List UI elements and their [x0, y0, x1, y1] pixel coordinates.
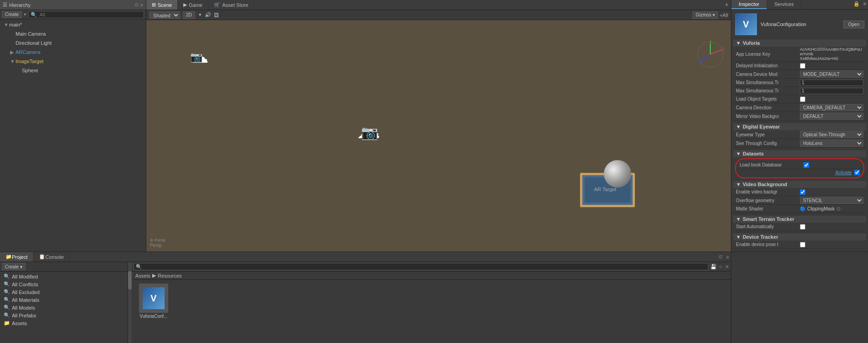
- activate-link[interactable]: Activate: [835, 170, 852, 175]
- bullet-materials: 🔍: [4, 297, 10, 303]
- project-item-all-conflicts[interactable]: 🔍 All Conflicts: [0, 280, 128, 288]
- tab-collapse-btn[interactable]: ▾: [723, 1, 731, 9]
- tab-scene-label: Scene: [158, 2, 172, 8]
- video-bg-header[interactable]: ▼ Video Background: [733, 180, 866, 188]
- tab-inspector[interactable]: Inspector: [731, 0, 767, 9]
- bullet-models: 🔍: [4, 305, 10, 311]
- project-menu-icon[interactable]: ≡: [724, 253, 731, 261]
- enable-video-bg-checkbox[interactable]: [800, 189, 805, 195]
- eyewear-arrow: ▼: [736, 124, 741, 129]
- hierarchy-item-sphere[interactable]: Sphere: [0, 66, 146, 75]
- digital-eyewear-header[interactable]: ▼ Digital Eyewear: [733, 123, 866, 130]
- project-right-panel: 💾 ☆ ✕ Assets ▶ Resources V VuforiaConf..…: [132, 262, 731, 343]
- project-panel: 📁 Project 📋 Console ⊙ ≡ Create ▾ 🔍 A: [0, 252, 731, 343]
- hierarchy-title: ☰ Hierarchy: [3, 2, 31, 8]
- inspector-menu-icon[interactable]: ≡: [862, 0, 868, 9]
- gizmos-btn[interactable]: Gizmos ▾: [692, 11, 718, 19]
- hierarchy-controls: ⊙ ≡: [134, 2, 143, 8]
- open-button[interactable]: Open: [843, 21, 864, 28]
- max-simultaneous-input2[interactable]: [800, 88, 863, 94]
- project-file-vuforia[interactable]: V VuforiaConf...: [135, 284, 172, 319]
- eyewear-type-dropdown[interactable]: Optical See-Through: [800, 131, 863, 138]
- hierarchy-item-image-target[interactable]: ▼ ImageTarget: [0, 57, 146, 66]
- project-search-input[interactable]: [133, 263, 708, 270]
- inspector-content: V VuforiaConfiguration Open ▼ Vuforia Ap…: [731, 10, 868, 252]
- project-scrollbar-thumb[interactable]: [128, 271, 132, 289]
- vuforia-section-header[interactable]: ▼ Vuforia: [733, 39, 866, 47]
- label-all-prefabs: All Prefabs: [12, 313, 36, 318]
- project-item-all-materials[interactable]: 🔍 All Materials: [0, 296, 128, 304]
- load-object-targets-row: Load Object Targets: [733, 95, 866, 103]
- max-simultaneous-label2: Max Simultaneous Tr: [736, 88, 800, 93]
- gizmo-widget: X Y Z: [697, 41, 724, 69]
- load-book-db-row: Load book Database: [737, 161, 863, 169]
- hierarchy-list: ▼ main* Main Camera Directional Light ▶ …: [0, 19, 146, 252]
- matte-shader-label: Matte Shader: [736, 206, 800, 211]
- vuforia-icon-inner: V: [143, 287, 165, 309]
- svg-line-5: [710, 50, 722, 54]
- app-license-label: App License Key: [736, 52, 800, 57]
- see-through-config-label: See Through Config: [736, 141, 800, 146]
- enable-device-pose-checkbox[interactable]: [800, 242, 805, 247]
- max-simultaneous-input1[interactable]: [800, 80, 863, 86]
- mirror-video-bg-dropdown[interactable]: DEFAULT: [800, 113, 863, 120]
- vuforia-section: ▼ Vuforia App License Key AUVKHC///////A…: [733, 39, 866, 121]
- datasets-arrow: ▼: [736, 151, 741, 156]
- smart-terrain-arrow: ▼: [736, 216, 741, 222]
- camera-device-mode-row: Camera Device Mod MODE_DEFAULT: [733, 70, 866, 79]
- tab-game[interactable]: ▶ Game: [178, 0, 208, 10]
- load-object-targets-checkbox[interactable]: [800, 96, 805, 102]
- eyewear-title: Digital Eyewear: [743, 124, 780, 129]
- see-through-config-row: See Through Config HoloLens: [733, 139, 866, 148]
- tab-console[interactable]: 📋 Console: [33, 252, 69, 262]
- 2d-mode-btn[interactable]: 2D: [183, 11, 195, 19]
- project-scrollbar[interactable]: [128, 262, 132, 343]
- project-item-all-models[interactable]: 🔍 All Models: [0, 304, 128, 311]
- shading-dropdown[interactable]: Shaded: [149, 11, 180, 19]
- tab-scene[interactable]: ⊞ Scene: [146, 0, 178, 10]
- device-tracker-header[interactable]: ▼ Device Tracker: [733, 233, 866, 241]
- vuforia-title: Vuforia: [743, 40, 760, 46]
- tab-project[interactable]: 📁 Project: [0, 252, 33, 262]
- scene-viewport[interactable]: ☁ 📷 ☁ 📷 AR Target: [146, 20, 731, 252]
- project-item-all-modified[interactable]: 🔍 All Modified: [0, 273, 128, 280]
- project-item-all-prefabs[interactable]: 🔍 All Prefabs: [0, 311, 128, 319]
- hierarchy-item-main-camera[interactable]: Main Camera: [0, 29, 146, 38]
- tab-asset-store[interactable]: 🛒 Asset Store: [208, 0, 254, 10]
- smart-terrain-section: ▼ Smart Terrain Tracker Start Automatica…: [733, 215, 866, 231]
- mirror-video-bg-label: Mirror Video Backgro: [736, 114, 800, 119]
- load-object-targets-label: Load Object Targets: [736, 96, 800, 102]
- tab-services[interactable]: Services: [767, 0, 801, 9]
- delayed-init-checkbox[interactable]: [800, 63, 805, 69]
- activate-checkbox[interactable]: [854, 170, 860, 175]
- project-content: Create ▾ 🔍 All Modified 🔍 All Conflicts …: [0, 262, 731, 343]
- svg-text:Y: Y: [709, 41, 713, 43]
- smart-terrain-header[interactable]: ▼ Smart Terrain Tracker: [733, 215, 866, 223]
- camera-direction-dropdown[interactable]: CAMERA_DEFAULT: [800, 104, 863, 111]
- hierarchy-search[interactable]: [28, 11, 144, 18]
- hierarchy-create-btn[interactable]: Create: [2, 11, 22, 18]
- datasets-header[interactable]: ▼ Datasets: [733, 150, 866, 157]
- hierarchy-item-label-sphere: Sphere: [22, 66, 38, 75]
- project-left-list: 🔍 All Modified 🔍 All Conflicts 🔍 All Exc…: [0, 272, 128, 328]
- label-all-excluded: All Excluded: [12, 289, 40, 295]
- overflow-geometry-dropdown[interactable]: STENCIL: [800, 197, 863, 204]
- see-through-config-dropdown[interactable]: HoloLens: [800, 139, 863, 147]
- eyewear-type-label: Eyewear Type: [736, 132, 800, 137]
- hierarchy-item-directional-light[interactable]: Directional Light: [0, 38, 146, 48]
- hierarchy-header: ☰ Hierarchy ⊙ ≡: [0, 0, 146, 10]
- project-lock-icon[interactable]: ⊙: [717, 253, 724, 261]
- camera-device-mode-dropdown[interactable]: MODE_DEFAULT: [800, 70, 863, 78]
- hierarchy-item-ar-camera[interactable]: ▶ ARCamera: [0, 48, 146, 57]
- project-create-btn[interactable]: Create ▾: [2, 263, 26, 270]
- start-auto-checkbox[interactable]: [800, 224, 805, 230]
- project-item-all-excluded[interactable]: 🔍 All Excluded: [0, 288, 128, 296]
- inspector-lock-icon[interactable]: 🔒: [852, 0, 862, 9]
- bullet-modified: 🔍: [4, 273, 10, 279]
- hierarchy-item-main[interactable]: ▼ main*: [0, 20, 146, 29]
- project-item-assets[interactable]: 📁 Assets: [0, 319, 128, 327]
- tab-project-label: Project: [12, 254, 27, 260]
- breadcrumb-assets: Assets: [135, 273, 150, 279]
- load-book-db-checkbox[interactable]: [804, 162, 809, 168]
- arrow-main: ▼: [4, 21, 8, 29]
